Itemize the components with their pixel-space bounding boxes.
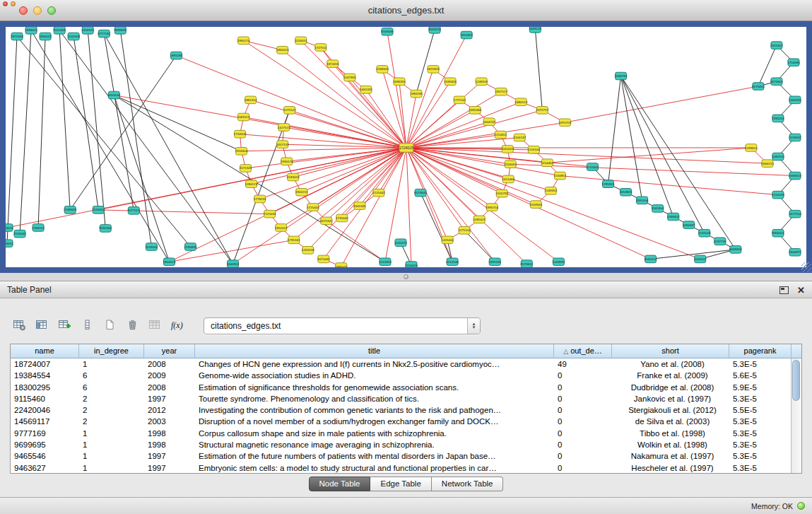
graph-node[interactable]: 1549355 [545, 187, 558, 195]
graph-node[interactable]: 1881314 [245, 96, 257, 104]
graph-node[interactable]: 8573601 [521, 260, 534, 267]
graph-node[interactable]: 2375757 [536, 107, 549, 115]
graph-node[interactable]: 9273401 [770, 78, 783, 86]
graph-node[interactable]: 1461325 [360, 86, 372, 94]
zoom-button[interactable] [47, 6, 56, 15]
graph-node[interactable]: 1505791 [496, 189, 509, 197]
graph-node[interactable]: 1604747 [483, 118, 495, 126]
graph-node[interactable]: 1615466 [502, 175, 515, 183]
network-graph[interactable]: 1872404193845118300229115463224200814569… [6, 27, 806, 267]
graph-node[interactable]: 2069413 [789, 172, 801, 180]
graph-hub-node[interactable]: 1724025 [399, 144, 413, 153]
graph-node[interactable]: 1655307 [770, 42, 783, 49]
graph-node[interactable]: 1463325 [789, 96, 801, 104]
graph-node[interactable]: 1425444 [441, 236, 454, 244]
graph-node[interactable]: 1675445 [317, 255, 330, 263]
graph-node[interactable]: 2106747 [514, 134, 526, 141]
float-panel-icon[interactable] [779, 286, 789, 294]
graph-node[interactable]: 9699691 [114, 27, 127, 34]
import-table-button[interactable] [146, 317, 165, 335]
graph-node[interactable]: 2183053 [287, 173, 300, 181]
graph-node[interactable]: 8163046 [381, 28, 394, 35]
graph-node[interactable]: 2105526 [698, 229, 711, 237]
table-row[interactable]: 977716911998Corpus callosum shape and si… [11, 428, 801, 439]
graph-node[interactable]: 1697205 [488, 258, 501, 266]
graph-node[interactable]: 1547905 [343, 74, 356, 81]
splitter-handle[interactable] [404, 274, 408, 279]
graph-node[interactable]: 1895754 [486, 204, 498, 211]
graph-node[interactable]: 1515641 [587, 163, 599, 171]
graph-node[interactable]: 2242008 [67, 33, 80, 40]
column-header-pagerank[interactable]: pagerank [729, 344, 792, 358]
table-row[interactable]: 946554611997Estimation of the future num… [11, 450, 801, 462]
graph-node[interactable]: 2190835 [184, 243, 197, 251]
graph-node[interactable]: 1456915 [81, 27, 94, 34]
graph-node[interactable]: 2188929 [64, 206, 76, 214]
graph-node[interactable]: 9777165 [98, 30, 111, 37]
graph-node[interactable]: 1154462 [541, 159, 554, 167]
graph-node[interactable]: 2083113 [237, 113, 250, 121]
table-row[interactable]: 1872400712008Changes of HCN gene express… [11, 358, 801, 370]
graph-node[interactable]: 1649125 [529, 27, 542, 33]
graph-node[interactable]: 1725444 [307, 204, 319, 211]
graph-node[interactable]: 9356021 [772, 229, 784, 237]
graph-node[interactable]: 1675341 [320, 217, 333, 225]
scrollbar-thumb[interactable] [792, 360, 800, 401]
graph-node[interactable]: 1895025 [335, 263, 348, 267]
function-builder-button[interactable]: f(x) [168, 317, 187, 335]
graph-node[interactable]: 1891285 [170, 52, 183, 59]
delete-column-button[interactable] [123, 317, 142, 335]
graph-node[interactable]: 1534951 [554, 172, 567, 180]
app-close-button[interactable] [3, 1, 8, 6]
graph-node[interactable]: 1648794 [615, 72, 628, 80]
graph-node[interactable]: 2077051 [128, 207, 141, 215]
graph-node[interactable]: 1275122 [283, 107, 296, 115]
graph-node[interactable]: 1938451 [25, 27, 37, 34]
graph-node[interactable]: 1918404 [235, 147, 248, 155]
close-panel-icon[interactable]: ✕ [797, 286, 805, 295]
graph-node[interactable]: 1210559 [772, 191, 784, 199]
graph-node[interactable]: 9592304 [100, 225, 112, 233]
column-header-in_degree[interactable]: in_degree [79, 344, 144, 358]
graph-node[interactable]: 1860015 [276, 47, 289, 54]
table-row[interactable]: 1456911722003Disruption of a novel membe… [11, 416, 801, 427]
graph-node[interactable]: 1161623 [502, 146, 514, 153]
graph-node[interactable]: 1243595 [553, 258, 565, 266]
table-selector[interactable]: citations_edges.txt ▲▼ [204, 317, 481, 334]
graph-node[interactable]: 9115463 [54, 27, 66, 34]
add-column-button[interactable] [55, 317, 74, 335]
graph-node[interactable]: 9273455 [752, 83, 765, 90]
row-tools-button[interactable] [78, 317, 97, 335]
graph-node[interactable]: 1795341 [288, 236, 300, 244]
graph-node[interactable]: 8573645 [414, 189, 427, 197]
graph-node[interactable]: 1559041 [146, 243, 158, 251]
column-header-out_degree[interactable]: △out_de… [554, 344, 612, 358]
graph-node[interactable]: 2053106 [108, 91, 121, 99]
graph-node[interactable]: 1981196 [410, 90, 423, 98]
graph-node[interactable]: 1696355 [393, 78, 406, 86]
graph-node[interactable]: 1099452 [667, 213, 680, 221]
graph-node[interactable]: 1275101 [458, 227, 471, 235]
graph-node[interactable]: 1513453 [379, 258, 392, 266]
tab-edge-table[interactable]: Edge Table [370, 477, 431, 491]
graph-node[interactable]: 1599815 [745, 144, 758, 152]
combo-stepper-icon[interactable]: ▲▼ [467, 318, 480, 334]
graph-node[interactable]: 1082515 [772, 153, 784, 160]
graph-node[interactable]: 2204001 [505, 160, 517, 168]
graph-node[interactable]: 1210651 [495, 131, 507, 139]
graph-node[interactable]: 2226051 [295, 37, 307, 45]
graph-node[interactable]: 1677154 [789, 210, 801, 218]
graph-node[interactable]: 2480513 [515, 98, 528, 106]
tab-node-table[interactable]: Node Table [309, 477, 371, 491]
graph-node[interactable]: 1872404 [11, 33, 23, 40]
graph-node[interactable]: 1024507 [694, 255, 707, 263]
graph-node[interactable]: 9049303 [729, 246, 742, 254]
graph-node[interactable]: 1875753 [559, 119, 572, 127]
graph-node[interactable]: 1085027 [473, 216, 486, 223]
graph-node[interactable]: 1814307 [460, 31, 473, 39]
graph-node[interactable]: 1872455 [326, 60, 339, 68]
graph-node[interactable]: 1059565 [530, 201, 543, 209]
show-columns-button[interactable] [33, 317, 52, 335]
table-mode-button[interactable] [10, 317, 29, 335]
graph-node[interactable]: 7125434 [264, 210, 276, 218]
